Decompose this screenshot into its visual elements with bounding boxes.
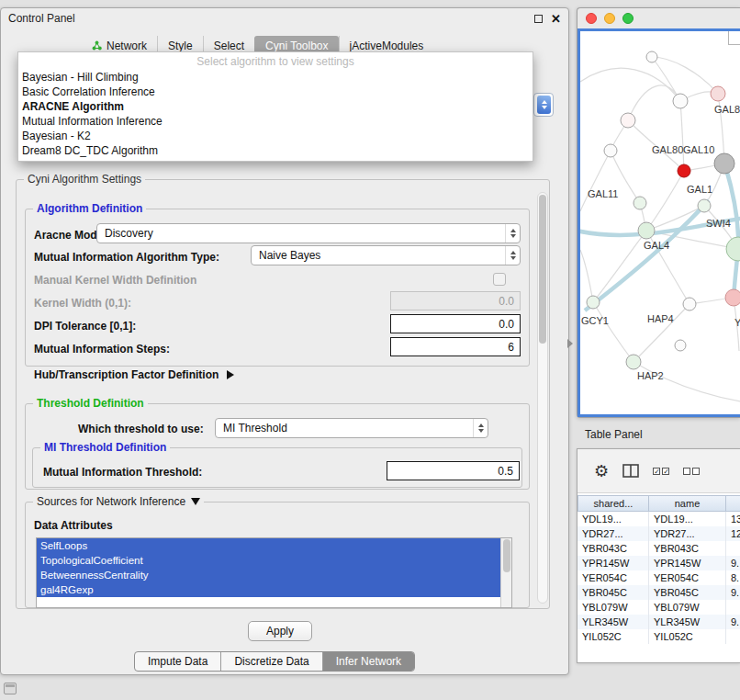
network-node[interactable] [587, 296, 600, 309]
network-edge[interactable] [680, 101, 684, 171]
network-edge[interactable] [593, 302, 633, 362]
network-edge[interactable] [633, 362, 740, 401]
network-node[interactable] [633, 197, 646, 209]
dpi-tolerance-field[interactable]: 0.0 [390, 314, 521, 333]
table-cell [726, 600, 740, 615]
algorithm-option-basic-correlation-inference[interactable]: Basic Correlation Inference [18, 85, 533, 99]
dropdown-placeholder: Select algorithm to view settings [18, 54, 533, 70]
network-edge[interactable] [646, 171, 684, 231]
network-view-frame: GAL80GAL80GAL10GAL11GAL1SWI4GAL4GCY1HAP4… [577, 28, 740, 417]
table-cell: 9. [726, 585, 740, 600]
manual-kernel-width-checkbox[interactable] [493, 273, 506, 286]
tab-discretize-data[interactable]: Discretize Data [220, 652, 321, 671]
network-edge[interactable] [652, 57, 680, 101]
network-node[interactable] [714, 153, 734, 174]
table-header: shared...name [577, 495, 740, 512]
data-attributes-list[interactable]: SelfLoopsTopologicalCoefficientBetweenne… [36, 537, 512, 608]
kernel-width-field[interactable]: 0.0 [390, 291, 521, 310]
mi-algorithm-type-combobox[interactable]: Naive Bayes [251, 245, 521, 265]
table-header-name[interactable]: name [649, 495, 726, 512]
table-header-shared[interactable]: shared... [577, 495, 649, 512]
data-attribute-betweennesscentrality[interactable]: BetweennessCentrality [37, 568, 500, 582]
table-row[interactable]: YDR27...YDR27...12 [577, 526, 740, 541]
control-panel-title: Control Panel [8, 12, 75, 25]
network-node[interactable] [638, 222, 655, 239]
gear-icon[interactable]: ⚙ [594, 463, 609, 480]
sources-section-header[interactable]: Sources for Network Inference [33, 495, 204, 508]
network-window-titlebar[interactable] [577, 8, 740, 28]
close-traffic-light-icon[interactable] [586, 13, 597, 24]
collapse-arrow-icon[interactable] [191, 498, 200, 505]
aracne-mode-combobox[interactable]: Discovery [96, 223, 521, 243]
network-edge[interactable] [652, 57, 718, 94]
minimize-traffic-light-icon[interactable] [604, 13, 615, 24]
table-cell: YBL079W [577, 600, 649, 615]
scrollbar-thumb[interactable] [503, 539, 510, 572]
network-node[interactable] [675, 340, 686, 351]
network-edge[interactable] [580, 68, 680, 101]
network-node[interactable] [726, 237, 740, 261]
expand-arrow-icon[interactable] [227, 370, 234, 379]
table-row[interactable]: YBR045CYBR045C9. [577, 585, 740, 600]
divider-toggle-icon[interactable] [567, 339, 573, 348]
table-row[interactable]: YLR345WYLR345W9. [577, 615, 740, 629]
float-window-icon[interactable] [534, 15, 543, 23]
network-node[interactable] [683, 298, 696, 310]
algorithm-option-bayesian-k2[interactable]: Bayesian - K2 [18, 129, 533, 143]
algorithm-option-dream8-dc-tdc-algorithm[interactable]: Dream8 DC_TDC Algorithm [18, 143, 533, 158]
table-panel-title: Table Panel [585, 428, 643, 441]
hub-definition-section[interactable]: Hub/Transcription Factor Definition [34, 368, 234, 381]
network-canvas[interactable]: GAL80GAL80GAL10GAL11GAL1SWI4GAL4GCY1HAP4… [580, 31, 740, 414]
network-node[interactable] [678, 164, 690, 177]
data-attribute-topologicalcoefficient[interactable]: TopologicalCoefficient [37, 553, 500, 568]
combobox-stepper-icon [537, 96, 551, 114]
network-node[interactable] [698, 199, 711, 212]
table-cell: YDR27... [649, 526, 726, 541]
network-node[interactable] [604, 144, 617, 157]
network-node[interactable] [621, 113, 635, 128]
table-row[interactable]: YPR145WYPR145W9. [577, 556, 740, 570]
data-attribute-selfloops[interactable]: SelfLoops [37, 538, 500, 553]
network-graph[interactable]: GAL80GAL80GAL10GAL11GAL1SWI4GAL4GCY1HAP4… [580, 31, 740, 414]
algorithm-option-bayesian-hill-climbing[interactable]: Bayesian - Hill Climbing [18, 70, 533, 85]
network-edge[interactable] [580, 151, 611, 211]
table-row[interactable]: YBL079WYBL079W [577, 600, 740, 615]
which-threshold-combobox[interactable]: MI Threshold [215, 418, 488, 438]
tab-infer-network[interactable]: Infer Network [322, 652, 414, 671]
algorithm-combobox[interactable] [533, 93, 554, 117]
algorithm-option-mutual-information-inference[interactable]: Mutual Information Inference [18, 114, 533, 129]
network-edge[interactable] [580, 250, 593, 302]
mi-steps-field[interactable]: 6 [390, 337, 521, 356]
table-cell: YBR045C [649, 585, 726, 600]
deselect-all-icon[interactable] [683, 468, 700, 475]
list-scrollbar[interactable] [500, 538, 511, 607]
tab-impute-data[interactable]: Impute Data [135, 652, 220, 671]
network-node[interactable] [711, 86, 725, 101]
network-icon [92, 40, 102, 51]
scrollbar-thumb[interactable] [539, 195, 546, 344]
table-row[interactable]: YBR043CYBR043C [577, 541, 740, 556]
zoom-traffic-light-icon[interactable] [622, 13, 633, 24]
data-attribute-gal4rgexp[interactable]: gal4RGexp [37, 582, 500, 597]
table-header-col2[interactable] [726, 495, 740, 512]
table-row[interactable]: YER054CYER054C8. [577, 570, 740, 585]
table-row[interactable]: YDL19...YDL19...13 [577, 512, 740, 526]
network-node[interactable] [673, 94, 688, 108]
control-panel-window: Control Panel ✕ NetworkStyleSelectCyni T… [0, 7, 569, 675]
network-node[interactable] [646, 51, 657, 62]
data-attributes-rows: SelfLoopsTopologicalCoefficientBetweenne… [37, 538, 511, 597]
select-all-icon[interactable]: ✓✓ [653, 468, 669, 475]
network-node[interactable] [626, 355, 641, 369]
settings-scrollbar[interactable] [537, 192, 548, 604]
mi-threshold-field[interactable]: 0.5 [387, 461, 520, 480]
table-row[interactable]: YIL052CYIL052C [577, 629, 740, 644]
network-edge-highlighted[interactable] [585, 200, 709, 310]
network-edge[interactable] [628, 85, 680, 120]
network-node[interactable] [725, 289, 740, 306]
close-window-icon[interactable]: ✕ [551, 13, 561, 25]
columns-icon[interactable] [622, 464, 639, 478]
docked-panel-icon[interactable] [4, 683, 17, 694]
apply-button[interactable]: Apply [248, 621, 312, 641]
combobox-stepper-icon [505, 246, 520, 265]
algorithm-option-aracne-algorithm[interactable]: ARACNE Algorithm [18, 99, 533, 114]
